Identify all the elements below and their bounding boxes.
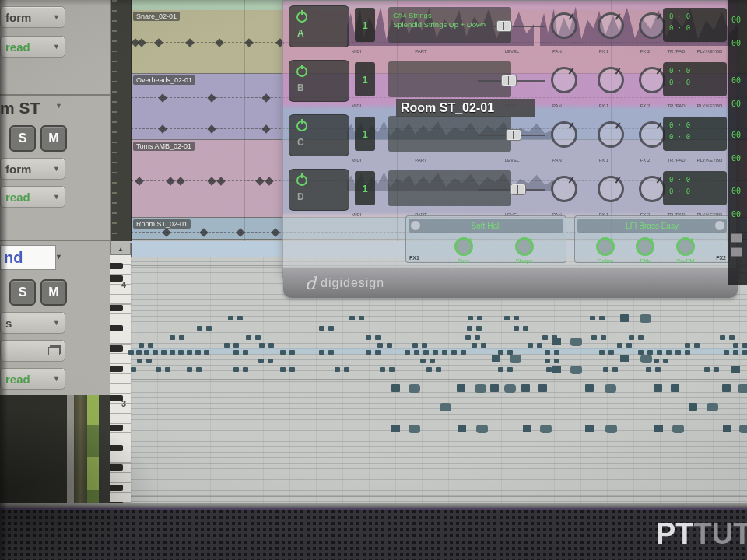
midi-note[interactable] bbox=[722, 384, 731, 392]
midi-note[interactable] bbox=[657, 350, 662, 355]
window-button[interactable] bbox=[731, 247, 742, 257]
midi-note[interactable] bbox=[608, 350, 614, 355]
midi-note[interactable] bbox=[617, 343, 622, 348]
midi-note[interactable] bbox=[626, 343, 632, 348]
midi-note[interactable] bbox=[528, 343, 533, 348]
midi-note[interactable] bbox=[620, 314, 629, 322]
keyboard-scroll-up-button[interactable]: ▲ bbox=[110, 243, 131, 255]
midi-channel-display[interactable]: 1 bbox=[355, 171, 375, 205]
midi-note[interactable] bbox=[255, 335, 261, 340]
midi-note[interactable] bbox=[289, 350, 295, 355]
pan-knob[interactable] bbox=[551, 67, 577, 93]
midi-note[interactable] bbox=[570, 338, 582, 346]
midi-note[interactable] bbox=[461, 350, 466, 355]
midi-channel-display[interactable]: 1 bbox=[355, 62, 375, 96]
pan-knob[interactable] bbox=[551, 176, 577, 202]
midi-note[interactable] bbox=[523, 425, 531, 432]
midi-note[interactable] bbox=[720, 335, 725, 340]
midi-note[interactable] bbox=[707, 403, 718, 411]
midi-note[interactable] bbox=[605, 425, 617, 433]
midi-note[interactable] bbox=[638, 335, 644, 340]
midi-note[interactable] bbox=[523, 326, 528, 331]
midi-note[interactable] bbox=[694, 343, 700, 348]
part-power-box[interactable]: D bbox=[289, 169, 349, 211]
midi-note[interactable] bbox=[412, 343, 418, 348]
midi-note[interactable] bbox=[366, 335, 371, 340]
black-key[interactable] bbox=[110, 425, 123, 431]
part-power-box[interactable]: A bbox=[289, 5, 349, 47]
midi-note[interactable] bbox=[178, 350, 184, 355]
midi-note[interactable] bbox=[139, 343, 144, 348]
level-slider-handle[interactable] bbox=[506, 129, 521, 141]
midi-note[interactable] bbox=[414, 350, 419, 355]
midi-note[interactable] bbox=[675, 350, 681, 355]
patch-name-display[interactable]: C#4 StringsSplendid Strings Up + Down bbox=[388, 7, 511, 43]
midi-note[interactable] bbox=[514, 326, 519, 331]
midi-note[interactable] bbox=[420, 359, 426, 363]
midi-note[interactable] bbox=[605, 384, 616, 393]
midi-note[interactable] bbox=[739, 425, 747, 433]
fx2-knob[interactable] bbox=[639, 176, 665, 202]
midi-note[interactable] bbox=[504, 384, 516, 393]
midi-note[interactable] bbox=[137, 359, 142, 363]
fx2-knob[interactable] bbox=[639, 12, 665, 39]
midi-note[interactable] bbox=[704, 367, 710, 372]
midi-note[interactable] bbox=[187, 350, 192, 355]
midi-note[interactable] bbox=[165, 367, 170, 372]
patch-name-display[interactable] bbox=[388, 61, 511, 97]
midi-note[interactable] bbox=[153, 350, 158, 355]
midi-note[interactable] bbox=[599, 316, 605, 320]
midi-note[interactable] bbox=[179, 335, 184, 340]
midi-note[interactable] bbox=[458, 425, 466, 432]
mute-button[interactable]: M bbox=[40, 125, 67, 152]
midi-note[interactable] bbox=[156, 367, 161, 372]
midi-note[interactable] bbox=[268, 359, 273, 363]
midi-note[interactable] bbox=[258, 359, 264, 363]
black-key[interactable] bbox=[110, 485, 123, 491]
midi-channel-display[interactable]: 1 bbox=[355, 8, 375, 42]
fx1-knob[interactable] bbox=[598, 121, 624, 148]
black-key[interactable] bbox=[110, 366, 123, 372]
midi-note[interactable] bbox=[335, 367, 340, 372]
level-slider-handle[interactable] bbox=[496, 20, 512, 32]
midi-note[interactable] bbox=[195, 350, 201, 355]
black-key[interactable] bbox=[110, 464, 123, 471]
midi-note[interactable] bbox=[440, 403, 451, 411]
midi-note[interactable] bbox=[467, 326, 472, 331]
black-key[interactable] bbox=[110, 325, 123, 331]
fx1-knob[interactable] bbox=[598, 12, 624, 39]
midi-note[interactable] bbox=[729, 335, 735, 340]
midi-note[interactable] bbox=[666, 350, 672, 355]
midi-note[interactable] bbox=[554, 350, 559, 355]
midi-note[interactable] bbox=[237, 316, 243, 320]
midi-note[interactable] bbox=[477, 316, 482, 320]
track-name-field[interactable]: nd bbox=[0, 245, 56, 270]
midi-note[interactable] bbox=[389, 367, 395, 372]
automation-mode-selector[interactable]: read▼ bbox=[0, 368, 65, 390]
piano-keyboard[interactable]: ▲ 43 bbox=[110, 243, 132, 506]
midi-note[interactable] bbox=[204, 350, 209, 355]
midi-note[interactable] bbox=[144, 350, 149, 355]
midi-note[interactable] bbox=[349, 316, 355, 320]
midi-note[interactable] bbox=[671, 384, 679, 392]
midi-note[interactable] bbox=[545, 359, 550, 363]
midi-note[interactable] bbox=[206, 326, 212, 331]
midi-note[interactable] bbox=[375, 335, 381, 340]
midi-note[interactable] bbox=[430, 359, 435, 363]
midi-note[interactable] bbox=[498, 367, 503, 372]
midi-note[interactable] bbox=[131, 367, 136, 372]
patch-selector[interactable] bbox=[0, 340, 65, 362]
midi-note[interactable] bbox=[640, 355, 652, 363]
midi-note[interactable] bbox=[366, 350, 371, 355]
pan-knob[interactable] bbox=[551, 12, 577, 39]
fx-knob[interactable] bbox=[596, 237, 615, 256]
fx-power-icon[interactable] bbox=[410, 220, 421, 231]
fx2-knob[interactable] bbox=[639, 67, 665, 93]
midi-note[interactable] bbox=[259, 343, 265, 348]
midi-note[interactable] bbox=[492, 355, 500, 362]
midi-note[interactable] bbox=[319, 326, 324, 331]
midi-note[interactable] bbox=[423, 350, 429, 355]
mute-button[interactable]: M bbox=[40, 279, 67, 306]
midi-note[interactable] bbox=[490, 384, 499, 392]
track-view-selector[interactable]: s▼ bbox=[0, 312, 65, 334]
